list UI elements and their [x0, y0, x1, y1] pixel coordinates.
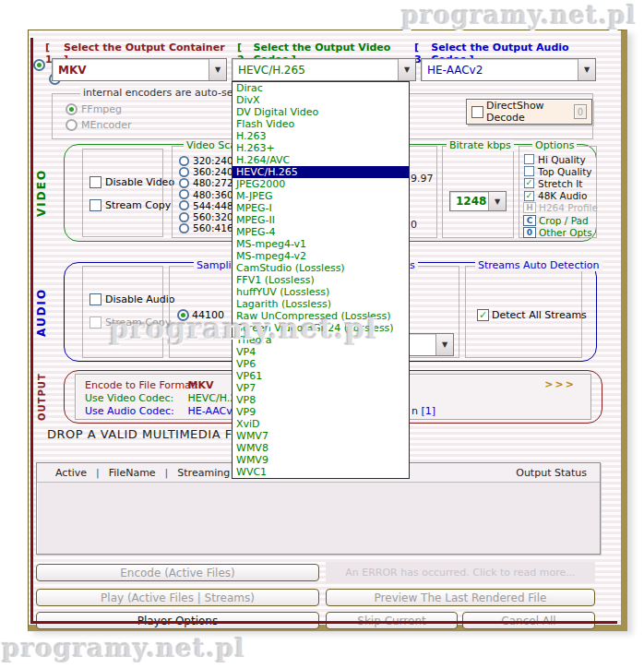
option-row[interactable]: Top Quality	[523, 165, 594, 177]
codec-option[interactable]: huffYUV (Lossless)	[233, 286, 409, 298]
codec-option[interactable]: MPEG-I	[233, 202, 409, 214]
detect-all-streams-checkbox[interactable]: ✓	[477, 309, 489, 321]
audio-streamcopy-row[interactable]: Stream Copy	[89, 317, 171, 329]
option-checkbox[interactable]: ✓	[524, 178, 534, 188]
codec-option[interactable]: VP8	[233, 394, 409, 406]
codec-option[interactable]: Flash Video	[233, 118, 409, 130]
skip-current-button[interactable]: Skip Current	[326, 612, 458, 629]
codec-option[interactable]: WMV8	[233, 442, 409, 454]
error-message[interactable]: An ERROR has occurred. Click to read mor…	[326, 562, 595, 583]
option-row[interactable]: ✓Stretch It	[523, 177, 594, 189]
sampling-44100-row[interactable]: 44100	[177, 309, 224, 321]
detect-all-streams-row[interactable]: ✓ Detect All Streams	[477, 309, 587, 321]
option-row[interactable]: Hi Quality	[523, 153, 594, 165]
audio-hidden-combobox-arrow-icon[interactable]: ▼	[435, 334, 453, 355]
disable-audio-checkbox[interactable]	[89, 293, 101, 305]
codec-option[interactable]: MPEG-II	[233, 214, 409, 226]
scale-size-radio[interactable]	[179, 178, 189, 188]
codec-option[interactable]: VP6	[233, 358, 409, 370]
ffmpeg-radio-row[interactable]: FFmpeg	[66, 103, 122, 115]
container-combobox[interactable]: MKV ▼	[52, 58, 227, 81]
codec-option[interactable]: Raw UnCompressed (Lossless)	[233, 310, 409, 322]
container-combobox-arrow-icon[interactable]: ▼	[209, 59, 226, 80]
scale-size-radio[interactable]	[179, 167, 189, 177]
codec-option[interactable]: CamStudio (Lossless)	[233, 262, 409, 274]
codec-option[interactable]: XviD	[233, 418, 409, 430]
file-table-body[interactable]	[37, 483, 600, 555]
bitrate-combobox[interactable]: 1248 ▼	[449, 191, 507, 211]
mencoder-radio[interactable]	[66, 119, 78, 131]
codec-option[interactable]: Lagarith (Lossless)	[233, 298, 409, 310]
video-codec-dropdown-list[interactable]: DiracDivXDV Digital VideoFlash VideoH.26…	[232, 81, 410, 479]
codec-option[interactable]: WMV7	[233, 430, 409, 442]
codec-option[interactable]: Theora	[233, 334, 409, 346]
play-button[interactable]: Play (Active Files | Streams)	[36, 589, 319, 606]
mencoder-radio-row[interactable]: MEncoder	[66, 119, 131, 131]
bitrate-combobox-arrow-icon[interactable]: ▼	[488, 192, 506, 210]
container-mode-radio-1[interactable]	[33, 59, 45, 71]
codec-option[interactable]: DivX	[233, 94, 409, 106]
option-row[interactable]: CCrop / Pad	[523, 214, 594, 226]
option-label: Hi Quality	[538, 154, 586, 165]
option-row[interactable]: HH264 Profile	[523, 202, 594, 214]
directshow-count-badge[interactable]: 0	[574, 104, 587, 119]
option-letter-button[interactable]: 0	[523, 227, 536, 238]
column-separator: |	[165, 467, 169, 479]
codec-option[interactable]: FFV1 (Lossless)	[233, 274, 409, 286]
expand-arrows[interactable]: >>>	[544, 378, 576, 390]
codec-option[interactable]: VP61	[233, 370, 409, 382]
encode-button[interactable]: Encode (Active Files)	[36, 564, 319, 581]
audio-codec-combobox-arrow-icon[interactable]: ▼	[578, 59, 595, 80]
directshow-checkbox[interactable]	[471, 106, 483, 118]
disable-video-checkbox[interactable]	[89, 176, 101, 188]
video-codec-combobox[interactable]: HEVC/H.265 ▼	[232, 58, 416, 81]
codec-option[interactable]: WMV9	[233, 454, 409, 466]
audio-codec-combobox[interactable]: HE-AACv2 ▼	[421, 58, 596, 81]
scale-size-radio[interactable]	[179, 189, 189, 199]
video-streamcopy-row[interactable]: Stream Copy	[89, 199, 171, 211]
codec-option[interactable]: H.263	[233, 130, 409, 142]
codec-option[interactable]: Screen Video BGR24 (Lossless)	[233, 322, 409, 334]
sampling-44100-radio[interactable]	[177, 309, 189, 321]
scale-size-radio[interactable]	[179, 200, 189, 210]
preview-button[interactable]: Preview The Last Rendered File	[326, 589, 595, 606]
scale-size-radio[interactable]	[179, 223, 189, 233]
video-codec-combobox-arrow-icon[interactable]: ▼	[398, 59, 415, 80]
codec-option[interactable]: H.263+	[233, 142, 409, 154]
codec-option[interactable]: Dirac	[233, 82, 409, 94]
scale-size-radio[interactable]	[179, 212, 189, 222]
codec-option[interactable]: HEVC/H.265	[233, 166, 409, 178]
option-row[interactable]: 0Other Opts	[523, 226, 594, 238]
ffmpeg-radio[interactable]	[66, 103, 78, 115]
option-checkbox[interactable]	[524, 166, 534, 176]
player-options-button[interactable]: Player Options	[36, 612, 319, 629]
audio-streamcopy-checkbox[interactable]	[89, 317, 101, 329]
disable-video-row[interactable]: Disable Video	[89, 176, 174, 188]
codec-option[interactable]: VP7	[233, 382, 409, 394]
column-active[interactable]: Active	[55, 467, 87, 479]
option-letter-button[interactable]: H	[523, 202, 536, 213]
codec-option[interactable]: H.264/AVC	[233, 154, 409, 166]
option-letter-button[interactable]: C	[523, 215, 536, 226]
option-checkbox[interactable]: ✓	[524, 191, 534, 201]
codec-option[interactable]: MPEG-4	[233, 226, 409, 238]
codec-option[interactable]: DV Digital Video	[233, 106, 409, 118]
video-streamcopy-checkbox[interactable]	[89, 199, 101, 211]
column-output-status[interactable]: Output Status	[516, 467, 587, 479]
option-row[interactable]: ✓48K Audio	[523, 190, 594, 202]
codec-option[interactable]: VP4	[233, 346, 409, 358]
column-filename[interactable]: FileName	[109, 467, 156, 479]
option-label: 48K Audio	[538, 190, 587, 201]
codec-option[interactable]: JPEG2000	[233, 178, 409, 190]
option-checkbox[interactable]	[524, 154, 534, 164]
codec-option[interactable]: WVC1	[233, 466, 409, 478]
codec-option[interactable]: MS-mpeg4-v1	[233, 238, 409, 250]
disable-audio-row[interactable]: Disable Audio	[89, 293, 175, 305]
cancel-all-button[interactable]: Cancel All	[462, 612, 595, 629]
options-group-title: Options	[532, 139, 577, 151]
codec-option[interactable]: MS-mpeg4-v2	[233, 250, 409, 262]
option-label: Top Quality	[538, 166, 592, 177]
codec-option[interactable]: VP9	[233, 406, 409, 418]
codec-option[interactable]: M-JPEG	[233, 190, 409, 202]
scale-size-radio[interactable]	[179, 156, 189, 166]
